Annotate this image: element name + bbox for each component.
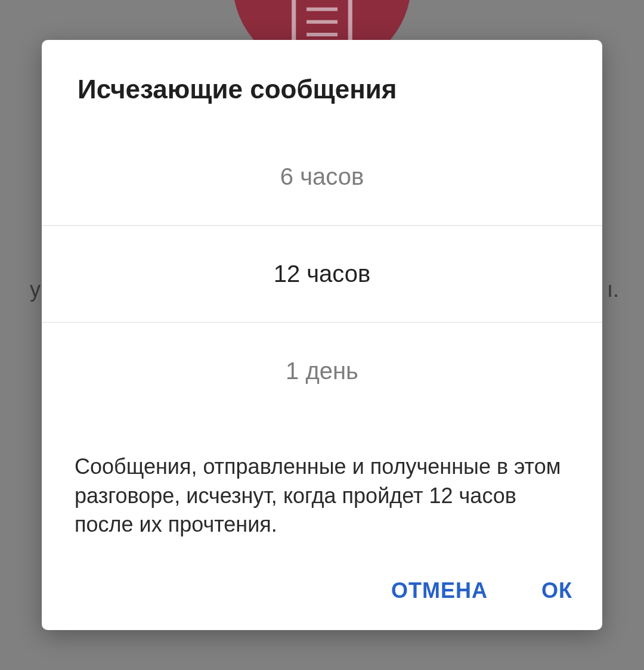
disappearing-messages-dialog: Исчезающие сообщения 6 часов 12 часов 1 … (42, 40, 602, 630)
picker-option-next[interactable]: 1 день (42, 322, 602, 420)
dialog-actions: ОТМЕНА ОК (42, 578, 602, 630)
dialog-title: Исчезающие сообщения (42, 40, 602, 128)
duration-picker[interactable]: 6 часов 12 часов 1 день (42, 128, 602, 420)
cancel-button[interactable]: ОТМЕНА (391, 578, 488, 603)
picker-option-selected[interactable]: 12 часов (42, 225, 602, 322)
ok-button[interactable]: ОК (541, 578, 572, 603)
picker-option-prev[interactable]: 6 часов (42, 128, 602, 225)
dialog-description: Сообщения, отправленные и полученные в э… (42, 420, 602, 551)
